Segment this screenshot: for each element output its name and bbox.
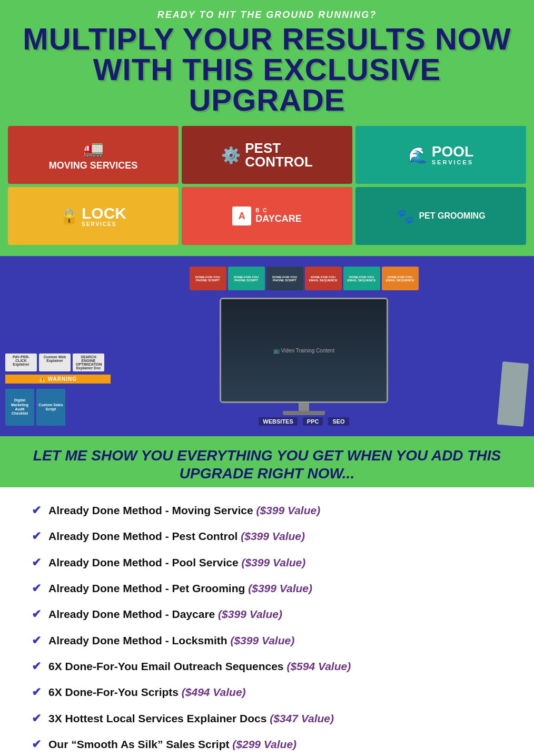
check-icon-3: ✔ (32, 582, 41, 595)
checklist-bold-3: Already Done Method - Pet Grooming (48, 582, 245, 594)
sc-email2: DONE-FOR-YOU EMAIL SEQUENCE (343, 267, 380, 290)
checklist-item-5: ✔ Already Done Method - Locksmith ($399 … (32, 633, 502, 647)
moving-card-content: 🚛 Moving Services (49, 138, 138, 172)
checklist-item-4: ✔ Already Done Method - Daycare ($399 Va… (32, 607, 502, 621)
bundle-center: DONE-FOR-YOU PHONE SCRIPT DONE-FOR-YOU P… (115, 267, 493, 426)
moving-services-text: Moving Services (49, 160, 138, 172)
pet-content: 🐾 PET GROOMING (396, 208, 485, 225)
checklist-bold-1: Already Done Method - Pest Control (48, 530, 238, 542)
headline-line1: MULTIPLY YOUR RESULTS NOW (23, 22, 511, 56)
check-icon-9: ✔ (32, 738, 41, 751)
monitor-foot (283, 411, 325, 415)
checklist-item-9: ✔ Our “Smooth As Silk” Sales Script ($29… (32, 737, 502, 751)
checklist-text-6: 6X Done-For-You Email Outreach Sequences… (48, 659, 351, 673)
lock-content: 🔒 LOCK SERVICES (60, 205, 126, 227)
monitor-labels: WEBSITES PPC SEO (259, 417, 349, 426)
checklist-text-2: Already Done Method - Pool Service ($399… (48, 555, 305, 570)
sc-moving: DONE-FOR-YOU PHONE SCRIPT (190, 267, 226, 290)
product-grid-bottom: 🔒 LOCK SERVICES A B C DAYCARE (8, 187, 526, 245)
pool-label-line1: POOL (432, 144, 473, 159)
checklist-item-3: ✔ Already Done Method - Pet Grooming ($3… (32, 581, 502, 595)
checklist-value-1: ($399 Value) (241, 530, 305, 542)
pet-icon: 🐾 (396, 208, 414, 225)
doc-web: Custom Web Explainer (39, 354, 71, 371)
lock-big-text: LOCK (82, 205, 126, 221)
checklist-value-3: ($399 Value) (248, 582, 312, 594)
checklist-text-4: Already Done Method - Daycare ($399 Valu… (48, 607, 282, 621)
lock-sub-text: SERVICES (82, 221, 126, 227)
pool-label-line2: SERVICES (432, 159, 473, 165)
book-audit: Digital Marketing Audit Checklist (5, 389, 34, 426)
checklist-text-3: Already Done Method - Pet Grooming ($399… (48, 581, 312, 595)
headline-line2: WITH THIS EXCLUSIVE UPGRADE (93, 52, 441, 117)
daycare-main-text: DAYCARE (255, 213, 301, 224)
checklist-item-0: ✔ Already Done Method - Moving Service (… (32, 503, 502, 517)
checklist-bold-9: Our “Smooth As Silk” Sales Script (48, 738, 229, 750)
monitor-stand (299, 403, 309, 411)
checklist-bold-0: Already Done Method - Moving Service (48, 504, 253, 516)
check-icon-2: ✔ (32, 556, 41, 570)
check-icon-5: ✔ (32, 634, 41, 647)
monitor-display: 📺 Video Training Content (220, 298, 388, 403)
show-headline: LET ME SHOW YOU EVERYTHING YOU GET WHEN … (21, 447, 513, 482)
checklist-item-1: ✔ Already Done Method - Pest Control ($3… (32, 529, 502, 543)
monitor-content: 📺 Video Training Content (221, 299, 387, 401)
sc-email1: DONE-FOR-YOU EMAIL SEQUENCE (305, 267, 342, 290)
product-card-daycare: A B C DAYCARE (182, 187, 352, 245)
sc-pool-label: DONE-FOR-YOU PHONE SCRIPT (230, 276, 263, 282)
checklist-value-8: ($347 Value) (270, 712, 334, 724)
sc-pool: DONE-FOR-YOU PHONE SCRIPT (228, 267, 265, 290)
pet-label: PET GROOMING (419, 211, 485, 221)
checklist-value-5: ($399 Value) (230, 634, 294, 646)
ready-text: READY TO HIT THE GROUND RUNNING? (11, 9, 523, 21)
checklist-bold-8: 3X Hottest Local Services Explainer Docs (48, 712, 266, 724)
checklist-value-7: ($494 Value) (182, 686, 246, 698)
checklist-value-6: ($594 Value) (286, 660, 351, 672)
check-icon-8: ✔ (32, 712, 41, 725)
check-icon-4: ✔ (32, 607, 41, 621)
daycare-content: A B C DAYCARE (232, 207, 301, 225)
checklist-value-4: ($399 Value) (218, 608, 282, 620)
checklist-bold-2: Already Done Method - Pool Service (48, 556, 239, 568)
pool-label-group: POOL SERVICES (432, 144, 473, 165)
daycare-letter-icon: A (232, 207, 251, 225)
checklist-item-6: ✔ 6X Done-For-You Email Outreach Sequenc… (32, 659, 502, 673)
product-card-moving: 🚛 Moving Services (8, 126, 179, 184)
bundle-right (497, 362, 529, 426)
checklist-bold-6: 6X Done-For-You Email Outreach Sequences (48, 660, 284, 672)
checklist-text-0: Already Done Method - Moving Service ($3… (48, 503, 320, 517)
page-wrapper: READY TO HIT THE GROUND RUNNING? MULTIPL… (0, 0, 534, 756)
monitor-label-ppc: PPC (303, 417, 323, 426)
check-icon-1: ✔ (32, 529, 41, 543)
scattered-cards: DONE-FOR-YOU PHONE SCRIPT DONE-FOR-YOU P… (190, 267, 419, 290)
checklist-item-7: ✔ 6X Done-For-You Scripts ($494 Value) (32, 685, 502, 699)
pest-label-line1: PEST (245, 141, 313, 155)
checklist-item-2: ✔ Already Done Method - Pool Service ($3… (32, 555, 502, 570)
checklist-bold-4: Already Done Method - Daycare (48, 608, 215, 620)
sc-moving-label: DONE-FOR-YOU PHONE SCRIPT (191, 276, 225, 282)
sc-email2-label: DONE-FOR-YOU EMAIL SEQUENCE (345, 276, 379, 282)
sc-email1-label: DONE-FOR-YOU EMAIL SEQUENCE (306, 276, 340, 282)
pool-icon: 🌊 (408, 146, 428, 164)
doc-seo: SEARCH ENGINE OPTIMIZATION Explainer Doc (73, 354, 104, 371)
product-card-lock: 🔒 LOCK SERVICES (8, 187, 179, 245)
checklist-value-9: ($299 Value) (232, 738, 296, 750)
header-section: READY TO HIT THE GROUND RUNNING? MULTIPL… (0, 0, 534, 121)
sc-email3: DONE-FOR-YOU EMAIL SEQUENCE (382, 267, 419, 290)
show-section: LET ME SHOW YOU EVERYTHING YOU GET WHEN … (0, 436, 534, 487)
product-card-pet: 🐾 PET GROOMING (355, 187, 526, 245)
check-icon-7: ✔ (32, 685, 41, 699)
checklist-text-5: Already Done Method - Locksmith ($399 Va… (48, 633, 294, 647)
checklist-bold-5: Already Done Method - Locksmith (48, 634, 228, 646)
sc-email3-label: DONE-FOR-YOU EMAIL SEQUENCE (383, 276, 417, 282)
monitor-label-seo: SEO (328, 417, 349, 426)
book-script: Custom Sales Script (36, 389, 65, 426)
daycare-label-group: B C DAYCARE (255, 208, 301, 224)
gray-book (497, 361, 529, 427)
checklist-text-1: Already Done Method - Pest Control ($399… (48, 529, 305, 543)
blue-books: Digital Marketing Audit Checklist Custom… (5, 389, 111, 426)
checklist-section: ✔ Already Done Method - Moving Service (… (0, 487, 534, 756)
checklist-text-7: 6X Done-For-You Scripts ($494 Value) (48, 685, 246, 699)
bundle-left: PAY-PER-CLICK Explainer Custom Web Expla… (5, 354, 111, 426)
checklist-value-0: ($399 Value) (256, 504, 320, 516)
